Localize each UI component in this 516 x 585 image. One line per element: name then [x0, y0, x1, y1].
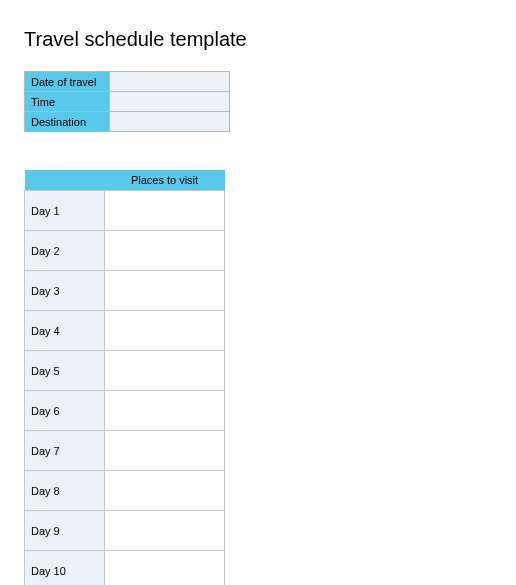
day-value	[105, 231, 225, 271]
schedule-row: Day 1	[25, 191, 225, 231]
page-title: Travel schedule template	[24, 28, 492, 51]
info-label-time: Time	[25, 92, 110, 112]
schedule-row: Day 9	[25, 511, 225, 551]
schedule-table: Places to visit Day 1 Day 2 Day 3 Day 4 …	[24, 170, 225, 585]
day-value	[105, 351, 225, 391]
info-label-destination: Destination	[25, 112, 110, 132]
schedule-row: Day 2	[25, 231, 225, 271]
schedule-row: Day 10	[25, 551, 225, 586]
day-value	[105, 311, 225, 351]
day-label: Day 6	[25, 391, 105, 431]
info-row: Time	[25, 92, 230, 112]
schedule-row: Day 6	[25, 391, 225, 431]
info-value-date	[110, 72, 230, 92]
day-value	[105, 431, 225, 471]
schedule-header-row: Places to visit	[25, 170, 225, 191]
day-value	[105, 551, 225, 586]
day-label: Day 3	[25, 271, 105, 311]
day-label: Day 4	[25, 311, 105, 351]
info-value-destination	[110, 112, 230, 132]
day-label: Day 10	[25, 551, 105, 586]
schedule-row: Day 5	[25, 351, 225, 391]
schedule-header-places: Places to visit	[105, 170, 225, 191]
day-label: Day 1	[25, 191, 105, 231]
schedule-header-corner	[25, 170, 105, 191]
day-value	[105, 191, 225, 231]
day-label: Day 5	[25, 351, 105, 391]
info-label-date: Date of travel	[25, 72, 110, 92]
schedule-row: Day 7	[25, 431, 225, 471]
day-value	[105, 471, 225, 511]
day-value	[105, 271, 225, 311]
day-label: Day 9	[25, 511, 105, 551]
info-row: Destination	[25, 112, 230, 132]
day-label: Day 8	[25, 471, 105, 511]
info-row: Date of travel	[25, 72, 230, 92]
day-label: Day 2	[25, 231, 105, 271]
day-label: Day 7	[25, 431, 105, 471]
schedule-row: Day 3	[25, 271, 225, 311]
day-value	[105, 391, 225, 431]
info-value-time	[110, 92, 230, 112]
info-table: Date of travel Time Destination	[24, 71, 230, 132]
schedule-row: Day 4	[25, 311, 225, 351]
schedule-row: Day 8	[25, 471, 225, 511]
day-value	[105, 511, 225, 551]
